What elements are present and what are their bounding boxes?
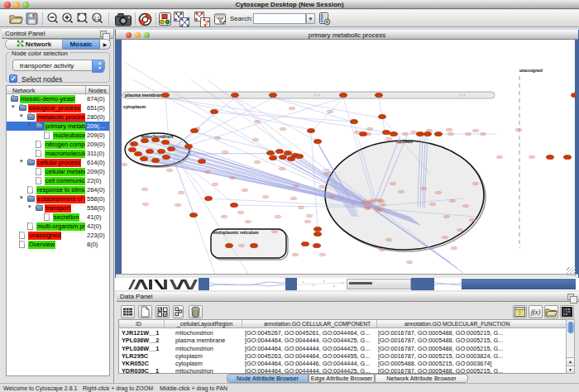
svg-text:unassigned: unassigned xyxy=(519,68,543,73)
svg-text:(...): (...) xyxy=(314,93,320,97)
svg-text:1:1: 1:1 xyxy=(93,16,100,21)
svg-text:nucleus: nucleus xyxy=(396,139,414,144)
svg-text:endoplasmic reticulum: endoplasmic reticulum xyxy=(213,230,259,235)
svg-text:(...): (...) xyxy=(460,93,466,97)
svg-text:f(x): f(x) xyxy=(531,308,540,316)
svg-text:plasma membrane: plasma membrane xyxy=(125,93,165,98)
svg-text:cytoplasm: cytoplasm xyxy=(123,104,146,109)
